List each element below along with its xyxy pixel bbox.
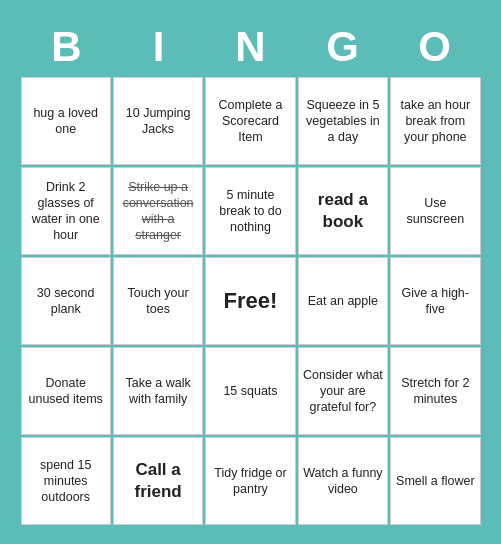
bingo-cell-24[interactable]: Smell a flower <box>390 437 480 525</box>
bingo-cell-14[interactable]: Give a high-five <box>390 257 480 345</box>
bingo-cell-9[interactable]: Use sunscreen <box>390 167 480 255</box>
bingo-cell-7[interactable]: 5 minute break to do nothing <box>205 167 295 255</box>
bingo-letter-n: N <box>205 19 297 75</box>
bingo-header: BINGO <box>21 19 481 75</box>
bingo-cell-22[interactable]: Tidy fridge or pantry <box>205 437 295 525</box>
bingo-letter-o: O <box>389 19 481 75</box>
bingo-cell-3[interactable]: Squeeze in 5 vegetables in a day <box>298 77 388 165</box>
bingo-cell-11[interactable]: Touch your toes <box>113 257 203 345</box>
bingo-cell-15[interactable]: Donate unused items <box>21 347 111 435</box>
bingo-cell-18[interactable]: Consider what your are grateful for? <box>298 347 388 435</box>
bingo-cell-6[interactable]: Strike up a conversation with a stranger <box>113 167 203 255</box>
bingo-grid: hug a loved one10 Jumping JacksComplete … <box>21 77 481 525</box>
bingo-cell-13[interactable]: Eat an apple <box>298 257 388 345</box>
bingo-cell-23[interactable]: Watch a funny video <box>298 437 388 525</box>
bingo-letter-b: B <box>21 19 113 75</box>
bingo-cell-4[interactable]: take an hour break from your phone <box>390 77 480 165</box>
bingo-card: BINGO hug a loved one10 Jumping JacksCom… <box>11 9 491 535</box>
bingo-cell-21[interactable]: Call a friend <box>113 437 203 525</box>
bingo-cell-20[interactable]: spend 15 minutes outdoors <box>21 437 111 525</box>
bingo-cell-5[interactable]: Drink 2 glasses of water in one hour <box>21 167 111 255</box>
bingo-cell-12[interactable]: Free! <box>205 257 295 345</box>
bingo-cell-19[interactable]: Stretch for 2 minutes <box>390 347 480 435</box>
bingo-cell-0[interactable]: hug a loved one <box>21 77 111 165</box>
bingo-cell-2[interactable]: Complete a Scorecard Item <box>205 77 295 165</box>
bingo-cell-17[interactable]: 15 squats <box>205 347 295 435</box>
bingo-cell-10[interactable]: 30 second plank <box>21 257 111 345</box>
bingo-cell-16[interactable]: Take a walk with family <box>113 347 203 435</box>
bingo-cell-8[interactable]: read a book <box>298 167 388 255</box>
bingo-cell-1[interactable]: 10 Jumping Jacks <box>113 77 203 165</box>
bingo-letter-g: G <box>297 19 389 75</box>
bingo-letter-i: I <box>113 19 205 75</box>
